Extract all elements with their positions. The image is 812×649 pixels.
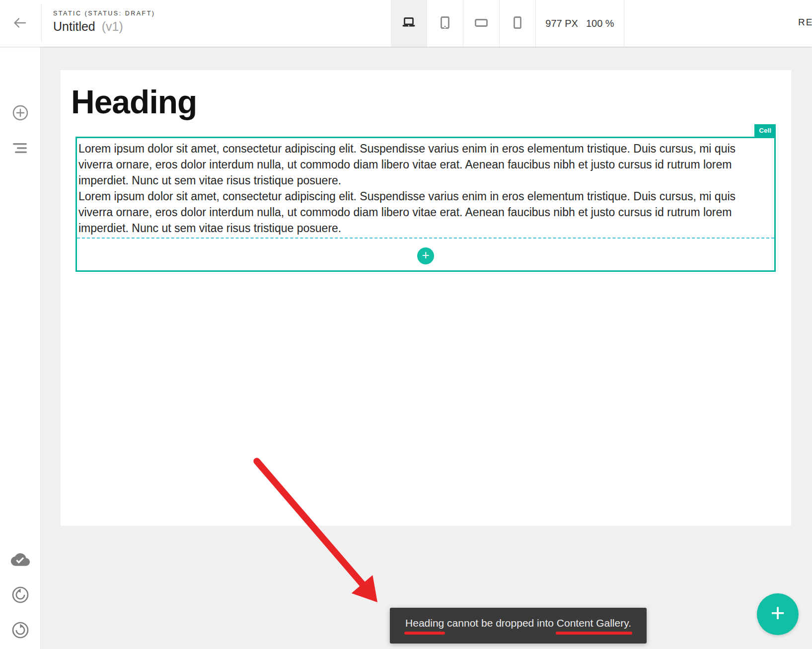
- arrow-left-icon: [11, 25, 28, 33]
- cell-tag-label: Cell: [754, 124, 776, 137]
- phone-portrait-icon: [509, 14, 526, 33]
- cell-text-block[interactable]: Lorem ipsum dolor sit amet, consectetur …: [77, 138, 774, 238]
- device-tablet-button[interactable]: [427, 0, 463, 47]
- selected-cell[interactable]: Cell Lorem ipsum dolor sit amet, consect…: [75, 137, 776, 272]
- document-title: Untitled: [53, 19, 95, 33]
- tooltip-middle-text: cannot be dropped into: [444, 617, 557, 629]
- outline-button[interactable]: [12, 142, 29, 154]
- document-title-line: Untitled (v1): [53, 19, 155, 34]
- topbar-divider: [41, 4, 42, 43]
- redo-button[interactable]: [11, 621, 30, 640]
- redo-restore-icon: [11, 634, 30, 641]
- device-landscape-button[interactable]: [463, 0, 500, 47]
- cell-drop-divider: [77, 238, 774, 239]
- tooltip-subject: Heading: [405, 617, 444, 629]
- zoom-level-value: 100 %: [586, 18, 614, 29]
- phone-landscape-icon: [473, 14, 490, 33]
- device-mobile-button[interactable]: [500, 0, 536, 47]
- paragraph[interactable]: Lorem ipsum dolor sit amet, consectetur …: [78, 188, 768, 236]
- fab-add-button[interactable]: +: [757, 593, 799, 635]
- tooltip-target: Content Gallery.: [557, 617, 631, 629]
- cell-add-button[interactable]: +: [417, 247, 434, 264]
- document-title-block: STATIC (STATUS: DRAFT) Untitled (v1): [53, 10, 155, 34]
- document-version: (v1): [102, 19, 123, 33]
- back-button[interactable]: [11, 14, 29, 32]
- left-toolbar: [0, 47, 41, 649]
- top-bar: STATIC (STATUS: DRAFT) Untitled (v1): [0, 0, 812, 47]
- cloud-check-icon: [11, 562, 30, 570]
- saved-indicator: [11, 550, 30, 569]
- plus-circle-icon: [11, 116, 29, 123]
- plus-icon: +: [770, 598, 785, 627]
- page-canvas: Heading Cell Lorem ipsum dolor sit amet,…: [61, 70, 791, 526]
- laptop-icon: [400, 14, 417, 33]
- outline-lines-icon: [12, 148, 29, 156]
- viewport-width-value: 977 PX: [545, 18, 578, 29]
- device-desktop-button[interactable]: [391, 0, 427, 47]
- undo-button[interactable]: [11, 585, 30, 604]
- page-heading[interactable]: Heading: [71, 84, 197, 120]
- tablet-icon: [437, 14, 453, 33]
- red-arrow-icon: [247, 602, 391, 611]
- drop-denied-tooltip: Heading cannot be dropped into Content G…: [390, 608, 647, 644]
- status-label: STATIC (STATUS: DRAFT): [53, 10, 155, 17]
- paragraph[interactable]: Lorem ipsum dolor sit amet, consectetur …: [78, 141, 768, 188]
- device-preview-switcher: [391, 0, 536, 47]
- review-button[interactable]: REVIEW: [798, 17, 812, 28]
- plus-icon: +: [422, 247, 429, 263]
- undo-restore-icon: [11, 598, 30, 606]
- add-component-button[interactable]: [11, 104, 29, 122]
- viewport-info: 977 PX 100 %: [536, 0, 624, 47]
